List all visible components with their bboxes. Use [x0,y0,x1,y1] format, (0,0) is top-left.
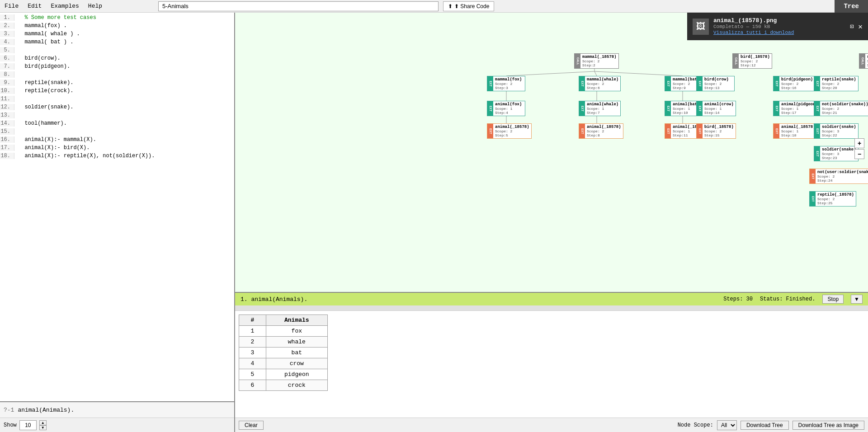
node-scope: Scope: 1 [673,107,699,111]
line-number: 14. [0,120,14,127]
tree-node: EXTanimal(_18578)Scope: 2Step:5 [487,123,532,139]
notif-maximize[interactable]: ⊡ [850,23,854,30]
code-line: 8. [0,71,234,80]
code-line: 13. [0,112,234,120]
stop-button[interactable]: Stop [822,295,844,304]
code-panel: 1. % Some more test cases2. mammal(fox) … [0,13,235,432]
line-number: 17. [0,145,14,151]
node-scope: Scope: 3 [822,152,856,156]
share-button[interactable]: ⬆ ⬆ Share Code [443,1,494,11]
tree-node: EXTsoldier(snake)Scope: 3Step:22 [814,123,859,139]
bottom-toolbar: Clear Node Scope: All Download Tree Down… [235,418,868,432]
table-row: 6crock [239,380,328,391]
line-number: 8. [0,71,14,78]
node-body: mammal(whale)Scope: 2Step:6 [585,76,620,91]
menu-help[interactable]: Help [84,1,107,11]
node-scope-label: Node Scope: [678,422,713,428]
line-content: soldier(snake). [14,104,73,110]
node-flag: CALL [859,54,865,68]
node-step: Step:7 [587,111,618,115]
tree-node: EXTanimal(crow)Scope: 1Step:14 [696,101,736,116]
node-scope-select[interactable]: All [717,420,737,430]
line-number: 1. [0,14,14,21]
results-table: # Animals 1fox2whale3bat4crow5pidgeon6cr… [239,315,328,391]
node-name: animal(whale) [587,102,618,107]
title-input[interactable] [158,1,439,11]
menu-file[interactable]: File [0,1,23,11]
line-content: animal(X):- mammal(X). [14,136,96,143]
node-name: animal(bat) [673,102,699,107]
tree-node: EXTmammal(whale)Scope: 2Step:6 [579,76,621,91]
line-content: mammal( whale ) . [14,31,80,37]
show-spinner[interactable]: ▲ ▼ [39,420,47,430]
tree-node: CALLbird(_18578)Scope: 2Step:12 [732,53,772,69]
zoom-controls: + − [854,138,864,159]
node-flag: EXT [487,124,493,138]
node-scope: Scope: 1 [587,107,618,111]
results-panel: 1. animal(Animals). Steps: 30 Status: Fi… [235,292,868,432]
show-input[interactable] [19,420,37,430]
show-label: Show [4,422,17,428]
clear-button[interactable]: Clear [239,421,264,430]
line-content: animal(X):- reptile(X), not(soldier(X)). [14,153,155,159]
zoom-in-button[interactable]: + [854,138,864,148]
node-scope: Scope: 1 [495,107,522,111]
show-up[interactable]: ▲ [39,420,47,425]
tree-node: EXTanimal(pidgeon)Scope: 1Step:17 [773,101,820,116]
node-body: mammal(_18578)Scope: 2Step:2 [580,54,618,68]
share-icon: ⬆ [448,3,453,9]
node-name: reptile(snake) [822,77,856,82]
node-step: Step:10 [673,111,699,115]
node-flag: EXT [814,101,820,116]
node-scope: Scope: 2 [587,82,618,86]
code-line: 10. reptile(crock). [0,88,234,96]
line-content: % Some more test cases [14,14,96,21]
node-name: bird(_18578) [704,125,734,129]
node-flag: EXT [814,124,820,138]
h-scrollbar[interactable] [235,305,868,311]
node-step: Step:13 [704,86,729,90]
show-down[interactable]: ▼ [39,425,47,430]
menu-examples[interactable]: Examples [46,1,83,11]
node-name: animal(crow) [704,102,734,107]
node-scope: Scope: 2 [582,59,617,63]
line-content: animal(X):- bird(X). [14,145,90,151]
row-num: 1 [239,326,266,337]
table-row: 2whale [239,337,328,347]
zoom-out-button[interactable]: − [854,149,864,159]
tree-node: EXTbird(crow)Scope: 2Step:13 [696,76,735,91]
notif-link[interactable]: Visualizza tutti i download [713,30,794,35]
node-scope: Scope: 2 [822,82,856,86]
node-name: not(soldier(snake)) [822,102,868,107]
tree-node: EXTbird(_18578)Scope: 2Step:15 [696,123,736,139]
node-body: mammal(fox)Scope: 2Step:3 [493,76,524,91]
row-value: crow [266,358,328,369]
code-line: 3. mammal( whale ) . [0,31,234,39]
node-step: Step:25 [817,201,854,205]
node-step: Step:22 [822,133,856,137]
download-tree-image-button[interactable]: Download Tree as Image [793,421,864,430]
svg-line-0 [506,71,594,76]
code-editor[interactable]: 1. % Some more test cases2. mammal(fox) … [0,13,234,401]
line-number: 10. [0,88,14,94]
node-flag: EXT [774,124,779,138]
expand-button[interactable]: ▼ [851,295,863,304]
node-step: Step:21 [822,111,868,115]
node-step: Step:2 [582,63,617,67]
download-tree-button[interactable]: Download Tree [741,421,789,430]
line-content: mammal( bat ) . [14,39,73,45]
node-body: not(soldier(snake))Scope: 2Step:21 [820,101,868,116]
line-number: 2. [0,23,14,29]
tree-node: EXTanimal(fox)Scope: 1Step:4 [487,101,525,116]
query-bar: ?-1 animal(Animals). [0,401,234,418]
node-body: bird(crow)Scope: 2Step:13 [703,76,731,91]
menu-edit[interactable]: Edit [23,1,46,11]
node-flag: EXT [810,169,816,183]
line-number: 13. [0,112,14,118]
notif-close[interactable]: ✕ [858,22,863,31]
download-notification: 🖼 animal_(18578).png Completato — 150 kB… [687,13,868,40]
tree-tab[interactable]: Tree [835,0,868,13]
node-name: not(user:soldier(snake)) [817,170,868,174]
node-body: bird(_18578)Scope: 2Step:12 [739,54,772,68]
svg-line-2 [594,71,683,76]
